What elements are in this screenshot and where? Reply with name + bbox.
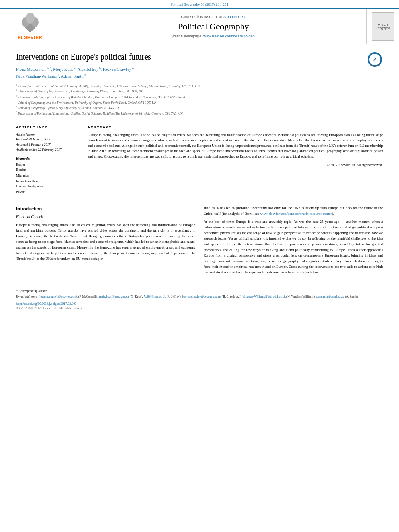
intro-author: Fiona McConnell [16,214,195,220]
corresponding-author-note: * Corresponding author. [16,289,47,293]
sciencedirect-link[interactable]: ScienceDirect [223,15,246,19]
aff-b: Department of Geography, University of C… [18,90,143,93]
authors-line: Fiona McConnell d, *, Merje Kuus c, Alex… [16,66,383,80]
body-section: Introduction Fiona McConnell Europe is f… [0,205,399,281]
journal-header-center: Contents lists available at ScienceDirec… [60,9,367,44]
article-title: Interventions on Europe's political futu… [16,51,383,62]
email-fiona[interactable]: fiona.mcconnell@ouce.ox.ac.uk [39,295,78,298]
sciencedirect-line: Contents lists available at ScienceDirec… [181,15,245,19]
crossmark-badge[interactable]: ✓ CrossMark [367,51,383,68]
journal-header: ELSEVIER Contents lists available at Sci… [0,8,399,44]
journal-title: Political Geography [178,21,249,32]
author-alex-sup: b [99,66,101,70]
article-history: Article history: Received 29 January 201… [16,132,75,153]
aff-d-sup: d [16,100,17,103]
elsevier-logo-area: ELSEVIER [0,9,60,44]
author-adrian-sup: e [84,73,86,76]
email-label: E-mail addresses: [16,295,38,298]
issn-line: 0962-6298/© 2017 Elsevier Ltd. All right… [16,306,383,310]
author-fiona-sup: d, * [47,66,51,70]
aff-f-sup: f [16,111,17,113]
keywords-list: Europe Borders Migration International l… [16,162,75,195]
author-merje-sup: c [74,66,76,70]
intro-para1: Europe is facing challenging times. The … [16,222,195,262]
svg-text:CrossMark: CrossMark [370,64,380,67]
keyword-migration: Migration [16,173,75,179]
abstract-paragraph: Europe is facing challenging times. The … [88,132,383,160]
email-heaven[interactable]: heaven.crawley@coventry.ac.uk [182,295,221,298]
body-right-col: June 2016 has led to profound uncertaint… [204,205,383,277]
author-merje[interactable]: Merje Kuus [53,67,73,72]
aff-c-sup: c [16,94,17,97]
journal-cover-thumbnail: Political Geography [372,12,394,41]
article-title-text: Interventions on Europe's political futu… [16,52,151,61]
aff-e-sup: e [16,105,17,108]
keyword-borders: Borders [16,167,75,173]
keyword-uneven: Uneven development [16,184,75,189]
author-heaven[interactable]: Heaven Crawley [103,67,131,72]
available-date: Available online 22 February 2017 [16,148,61,152]
author-fiona[interactable]: Fiona McConnell [16,67,46,72]
accepted-date: Accepted 2 February 2017 [16,143,51,146]
email-merje[interactable]: merje.kuus@geog.ubc.ca [99,295,129,298]
intro-heading: Introduction [16,205,195,212]
doi-link[interactable]: http://dx.doi.org/10.1016/j.polgeo.2017.… [16,302,76,306]
footnote-star: * Corresponding author. [16,289,383,294]
aff-a: Centre for Trust, Peace and Social Relat… [18,84,200,88]
aff-f: Department of Politics and International… [18,112,183,115]
affiliations: a Centre for Trust, Peace and Social Rel… [16,83,383,116]
homepage-url[interactable]: www.elsevier.com/locate/polgeo [203,34,255,38]
abstract-col: ABSTRACT Europe is facing challenging ti… [88,125,383,195]
keyword-intlaw: International law [16,179,75,184]
body-left-col: Introduction Fiona McConnell Europe is f… [16,205,195,277]
intro-para1-cont: June 2016 has led to profound uncertaint… [204,205,383,217]
aff-b-sup: b [16,89,17,91]
received-date: Received 29 January 2017 [16,138,50,141]
email-alex[interactable]: Asj38@cam.ac.uk [144,295,166,298]
aff-a-sup: a [16,84,17,86]
aff-c: Department of Geography, University of B… [18,95,187,99]
keyword-europe: Europe [16,162,75,168]
footer: * Corresponding author. E-mail addresses… [0,286,399,312]
intro-para2: At the best of times Europe is a vast an… [204,219,383,275]
article-info-col: ARTICLE INFO Article history: Received 2… [16,125,80,195]
copyright-notice: © 2017 Elsevier Ltd. All rights reserved… [88,162,383,168]
author-adrian[interactable]: Adrian Smith [61,74,84,78]
doi-line: http://dx.doi.org/10.1016/j.polgeo.2017.… [16,302,383,306]
abstract-label: ABSTRACT [88,125,383,129]
history-label: Article history: [16,133,36,136]
journal-ref: Political Geography 60 (2017) 261–271 [0,0,399,8]
aff-d: School of Geography and the Environment,… [18,101,156,104]
article-info-label: ARTICLE INFO [16,125,75,129]
journal-homepage: journal homepage: www.elsevier.com/locat… [172,34,255,38]
aff-e: School of Geography, Queen Mary Universi… [18,106,120,110]
sciencedirect-prefix: Contents lists available at [181,15,222,19]
article-info-abstract: ARTICLE INFO Article history: Received 2… [16,121,383,195]
abstract-text: Europe is facing challenging times. The … [88,132,383,168]
section-divider [16,202,383,202]
journal-ref-text: Political Geography 60 (2017) 261–271 [171,2,228,6]
author-heaven-sup: a [132,66,134,70]
svg-text:✓: ✓ [372,57,377,63]
keywords-label: Keywords: [16,157,75,160]
email-nick[interactable]: N.Vaughan-Williams@Warwick.ac.uk [239,295,286,298]
cover-label: Political Geography [372,24,394,29]
email-adrian[interactable]: a.m.smith@qmul.ac.uk [316,295,344,298]
author-alex[interactable]: Alex Jeffrey [77,67,98,72]
footnote-emails: E-mail addresses: fiona.mcconnell@ouce.o… [16,294,383,299]
brexit-link[interactable]: www.elsevier.com/connect/brexit-resource… [260,212,332,216]
journal-cover-area: Political Geography [367,9,399,44]
article-header-section: Interventions on Europe's political futu… [0,44,399,199]
elsevier-label: ELSEVIER [17,35,42,40]
keyword-power: Power [16,189,75,195]
homepage-prefix: journal homepage: [172,34,202,38]
author-nick-sup: f [58,73,59,76]
author-nick[interactable]: Nick Vaughan-Williams [16,74,57,78]
elsevier-tree-icon [18,13,42,33]
